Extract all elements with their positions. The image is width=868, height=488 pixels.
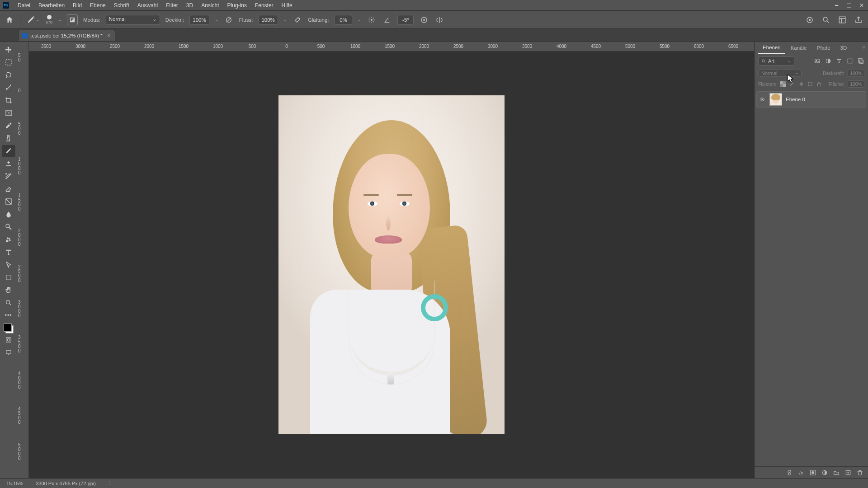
status-zoom[interactable]: 15.15% bbox=[6, 481, 23, 486]
lasso-tool[interactable] bbox=[2, 69, 15, 81]
layer-filter-search[interactable]: Art ⌄ bbox=[758, 56, 794, 66]
document-tab[interactable]: test.psdc bei 15,2% (RGB/8#) * × bbox=[18, 30, 115, 41]
brush-tool[interactable] bbox=[2, 145, 15, 157]
chevron-down-icon[interactable]: ⌄ bbox=[358, 17, 361, 22]
layer-row[interactable]: Ebene 0 bbox=[756, 91, 866, 108]
lock-pixels-icon[interactable] bbox=[789, 81, 795, 87]
cloud-documents-button[interactable] bbox=[805, 15, 815, 25]
eyedropper-tool[interactable] bbox=[2, 120, 15, 131]
dodge-tool[interactable] bbox=[2, 221, 15, 233]
filter-adjustment-icon[interactable] bbox=[825, 57, 832, 65]
rectangle-tool[interactable] bbox=[2, 272, 15, 283]
brush-settings-button[interactable] bbox=[67, 14, 78, 25]
delete-layer-button[interactable] bbox=[856, 469, 863, 476]
screenmode-button[interactable] bbox=[2, 347, 15, 358]
menu-edit[interactable]: Bearbeiten bbox=[34, 0, 69, 11]
mode-select[interactable]: Normal bbox=[106, 15, 160, 25]
new-layer-button[interactable] bbox=[844, 469, 852, 476]
menu-image[interactable]: Bild bbox=[69, 0, 86, 11]
window-maximize-button[interactable] bbox=[843, 0, 855, 10]
menu-view[interactable]: Ansicht bbox=[197, 0, 223, 11]
link-layers-button[interactable] bbox=[786, 469, 793, 476]
opacity-input[interactable]: 100% bbox=[189, 15, 209, 25]
path-selection-tool[interactable] bbox=[2, 259, 15, 271]
quickmask-button[interactable] bbox=[2, 334, 15, 346]
size-pressure-button[interactable] bbox=[419, 15, 429, 25]
filter-shape-icon[interactable] bbox=[846, 57, 854, 65]
group-button[interactable] bbox=[833, 469, 840, 476]
blend-mode-select[interactable]: Normal bbox=[758, 70, 802, 77]
airbrush-button[interactable] bbox=[292, 15, 302, 25]
opacity-pressure-button[interactable] bbox=[224, 15, 234, 25]
history-brush-tool[interactable] bbox=[2, 170, 15, 182]
healing-brush-tool[interactable] bbox=[2, 132, 15, 144]
eraser-tool[interactable] bbox=[2, 183, 15, 195]
pen-tool[interactable] bbox=[2, 234, 15, 245]
layer-thumbnail[interactable] bbox=[769, 93, 782, 106]
search-button[interactable] bbox=[821, 15, 831, 25]
foreground-background-color[interactable] bbox=[4, 324, 14, 333]
blur-tool[interactable] bbox=[2, 208, 15, 220]
layer-name-label[interactable]: Ebene 0 bbox=[786, 97, 805, 102]
foreground-color-swatch[interactable] bbox=[4, 324, 12, 332]
tab-3d[interactable]: 3D bbox=[836, 42, 852, 53]
canvas-area[interactable]: 3500300025002000150010005000500100015002… bbox=[17, 42, 754, 478]
layer-style-button[interactable]: fx bbox=[797, 469, 805, 476]
window-close-button[interactable]: ✕ bbox=[855, 0, 868, 10]
filter-smartobject-icon[interactable] bbox=[857, 57, 864, 65]
menu-filter[interactable]: Filter bbox=[162, 0, 182, 11]
layer-visibility-toggle[interactable] bbox=[759, 97, 766, 102]
current-tool-icon[interactable]: ⌄ bbox=[26, 14, 40, 26]
crop-tool[interactable] bbox=[2, 94, 15, 106]
menu-plugins[interactable]: Plug-ins bbox=[223, 0, 251, 11]
home-button[interactable] bbox=[5, 15, 14, 25]
filter-type-icon[interactable] bbox=[835, 57, 843, 65]
lock-artboard-icon[interactable] bbox=[807, 81, 813, 87]
chevron-down-icon[interactable]: ⌄ bbox=[215, 17, 218, 22]
chevron-down-icon[interactable]: ⌄ bbox=[283, 17, 287, 22]
flow-input[interactable]: 100% bbox=[258, 15, 278, 25]
adjustment-layer-button[interactable] bbox=[821, 469, 828, 476]
zoom-tool[interactable] bbox=[2, 297, 15, 309]
menu-3d[interactable]: 3D bbox=[182, 0, 197, 11]
gradient-tool[interactable] bbox=[2, 196, 15, 207]
workspace-button[interactable] bbox=[837, 15, 847, 25]
move-tool[interactable] bbox=[2, 44, 15, 56]
symmetry-button[interactable] bbox=[434, 15, 444, 25]
menu-select[interactable]: Auswahl bbox=[133, 0, 162, 11]
window-minimize-button[interactable]: ━ bbox=[830, 0, 843, 10]
menu-help[interactable]: Hilfe bbox=[278, 0, 297, 11]
tab-channels[interactable]: Kanäle bbox=[786, 42, 811, 53]
lock-all-icon[interactable] bbox=[816, 81, 822, 87]
status-info-chevron[interactable]: 〉 bbox=[108, 480, 113, 487]
lock-transparency-icon[interactable] bbox=[780, 81, 786, 87]
hand-tool[interactable] bbox=[2, 284, 15, 296]
menu-type[interactable]: Schrift bbox=[110, 0, 133, 11]
marquee-tool[interactable] bbox=[2, 56, 15, 68]
frame-tool[interactable] bbox=[2, 107, 15, 119]
type-tool[interactable] bbox=[2, 246, 15, 258]
angle-input[interactable]: -5° bbox=[397, 15, 414, 25]
lock-position-icon[interactable]: ✥ bbox=[798, 81, 804, 87]
close-tab-button[interactable]: × bbox=[107, 32, 111, 39]
share-button[interactable] bbox=[854, 15, 863, 25]
ruler-vertical[interactable]: 5 005 0 01 0 0 01 5 0 02 0 0 02 5 0 03 0… bbox=[17, 42, 29, 478]
menu-window[interactable]: Fenster bbox=[251, 0, 278, 11]
smoothing-input[interactable]: 0% bbox=[334, 15, 352, 25]
clone-stamp-tool[interactable] bbox=[2, 158, 15, 169]
menu-layer[interactable]: Ebene bbox=[86, 0, 110, 11]
tab-paths[interactable]: Pfade bbox=[812, 42, 835, 53]
panel-opacity-input[interactable]: 100% bbox=[848, 70, 864, 77]
filter-pixel-icon[interactable] bbox=[814, 57, 821, 65]
edit-toolbar-button[interactable]: ••• bbox=[2, 310, 15, 321]
menu-file[interactable]: Datei bbox=[14, 0, 34, 11]
brush-preset-picker[interactable]: 678 bbox=[46, 15, 52, 24]
fill-input[interactable]: 100% bbox=[848, 80, 864, 88]
smoothing-options-button[interactable] bbox=[367, 15, 377, 25]
tab-layers[interactable]: Ebenen bbox=[758, 42, 785, 54]
layer-mask-button[interactable] bbox=[809, 469, 816, 476]
ruler-horizontal[interactable]: 3500300025002000150010005000500100015002… bbox=[29, 42, 754, 52]
magic-wand-tool[interactable] bbox=[2, 82, 15, 94]
panel-menu-button[interactable]: ≡ bbox=[862, 45, 868, 51]
status-doc-info[interactable]: 3300 Px x 4765 Px (72 ppi) bbox=[36, 481, 96, 486]
